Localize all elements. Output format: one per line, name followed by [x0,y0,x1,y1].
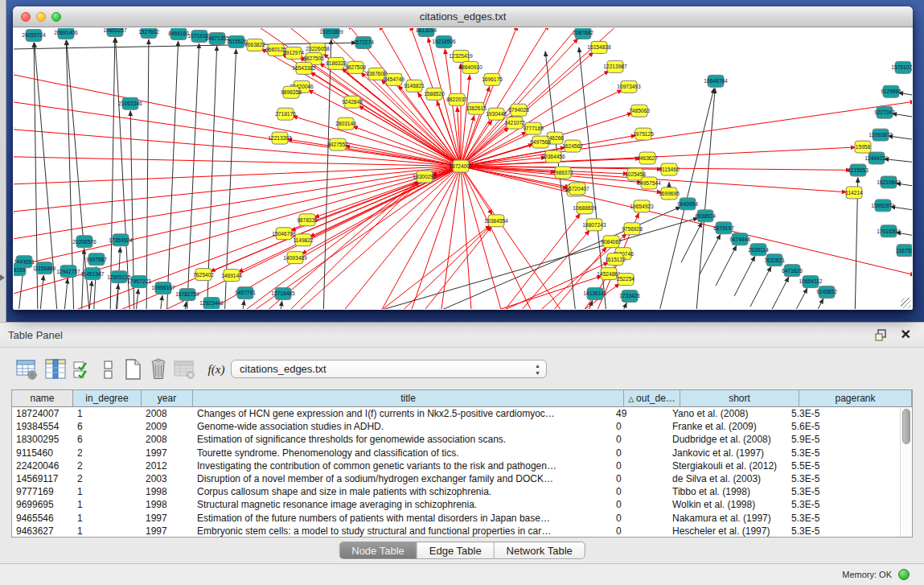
graph-edge[interactable] [379,167,461,309]
table-row[interactable]: 977716911998Corpus callosum shape and si… [12,485,900,498]
graph-edge[interactable] [81,249,84,309]
graph-edge[interactable] [464,276,602,309]
graph-node[interactable]: 12093872 [869,129,893,141]
tab-edge-table[interactable]: Edge Table [417,542,494,558]
graph-edge[interactable] [716,245,737,286]
graph-edge[interactable] [14,167,461,185]
graph-node[interactable]: 9827508 [345,61,366,73]
graph-node[interactable]: 18807243 [582,219,606,231]
graph-edge[interactable] [343,218,698,309]
graph-edge[interactable] [146,39,149,309]
graph-node[interactable]: 16782759 [175,289,199,301]
graph-edge[interactable] [293,167,461,309]
graph-edge[interactable] [461,75,470,167]
column-header-short[interactable]: short [680,390,799,406]
graph-edge[interactable] [461,28,518,167]
graph-node[interactable]: 10958167 [151,282,175,295]
graph-node[interactable]: 9699695 [659,187,680,200]
graph-node[interactable]: 7663822 [244,39,265,51]
graph-node[interactable]: 12325419 [449,50,473,62]
graph-edge[interactable] [461,147,856,167]
graph-node[interactable]: 24055724 [22,29,46,41]
graph-node[interactable]: 8813054 [416,28,437,36]
graph-node[interactable]: 1733426 [619,290,640,303]
graph-node[interactable]: 8186328 [326,57,347,69]
table-row[interactable]: 946362711997Embryonic stem cells: a mode… [12,525,900,537]
column-header-title[interactable]: title [193,390,624,406]
graph-node[interactable]: 6794028 [508,104,529,116]
graph-edge[interactable] [115,38,130,309]
graph-node[interactable]: 7986372 [552,167,573,179]
network-window-titlebar[interactable]: citations_edges.txt [13,6,913,27]
graph-node[interactable]: 17957223 [127,276,151,288]
graph-node[interactable]: 2718176 [275,108,296,120]
graph-node[interactable]: 7632621 [764,254,785,266]
collapse-arrow-icon[interactable] [0,274,5,281]
graph-node[interactable]: 16648784 [704,75,728,87]
graph-node[interactable]: 8454749 [384,73,405,85]
graph-node[interactable]: 19654923 [630,200,654,212]
graph-edge[interactable] [803,299,823,309]
graph-edge[interactable] [681,222,702,262]
graph-node[interactable]: 11451947 [81,268,105,280]
graph-node[interactable]: 21053346 [118,97,142,109]
graph-edge[interactable] [110,38,115,309]
graph-node[interactable]: 8572274 [353,36,374,48]
close-icon[interactable]: ✕ [901,326,911,344]
graph-node[interactable]: 252254 [617,274,634,286]
graph-node[interactable]: 1624562 [562,140,583,152]
network-canvas[interactable]: 2405572420691406106552571527602846616010… [14,28,912,309]
clear-row-selection-icon[interactable] [97,357,121,381]
graph-node[interactable]: 9878335 [297,214,318,226]
graph-node[interactable]: 1696175 [482,73,503,85]
graph-node[interactable]: 1469144 [221,270,242,282]
graph-node[interactable]: 2803144 [335,117,356,130]
graph-edge[interactable] [381,79,461,166]
graph-node[interactable]: 1527602 [138,28,159,38]
graph-node[interactable]: 19218506 [432,35,456,47]
graph-node[interactable]: 9756928 [622,223,643,235]
graph-node[interactable]: 9227343 [874,106,895,118]
citation-network-graph[interactable]: 2405572420691406106552571527602846616010… [14,28,912,309]
select-column-icon[interactable] [43,357,68,381]
graph-edge[interactable] [310,72,461,167]
graph-node[interactable]: 2087682 [573,28,593,39]
graph-node[interactable]: 1362615 [466,102,487,114]
graph-node[interactable]: 10654112 [799,276,823,288]
graph-node[interactable]: 9896358 [281,86,302,98]
graph-node[interactable]: 9084067 [601,236,622,248]
graph-edge[interactable] [786,288,807,309]
graph-edge[interactable] [183,302,187,309]
graph-edge[interactable] [461,167,471,309]
column-header-year[interactable]: year [142,390,193,406]
graph-edge[interactable] [734,256,755,296]
graph-node[interactable]: 1615122 [605,253,626,266]
table-row[interactable]: 1872400712008Changes of HCN gene express… [12,407,900,420]
graph-edge[interactable] [39,275,43,309]
tab-node-table[interactable]: Node Table [339,542,417,558]
resize-grip[interactable] [901,298,911,308]
graph-edge[interactable] [159,295,162,309]
new-table-icon[interactable] [121,357,145,381]
graph-node[interactable]: 16210643 [877,176,901,188]
scrollbar-thumb[interactable] [902,409,910,444]
column-header-in_degree[interactable]: in_degree [73,390,142,406]
vertical-scrollbar[interactable] [900,407,912,537]
table-row[interactable]: 969969511998Structural magnetic resonanc… [12,498,900,511]
graph-node[interactable]: 12923446 [199,298,224,309]
tab-network-table[interactable]: Network Table [494,542,585,558]
graph-edge[interactable] [166,41,179,309]
graph-node[interactable]: 15958 [855,141,871,153]
graph-node[interactable]: 12213987 [603,60,627,72]
graph-node[interactable]: 9146821 [404,80,425,92]
graph-node[interactable]: 17016504 [877,225,901,237]
graph-edge[interactable] [768,277,789,309]
graph-edge[interactable] [14,43,356,49]
graph-edge[interactable] [14,129,461,166]
graph-node[interactable]: 1930448 [486,108,507,120]
graph-edge[interactable] [323,39,331,309]
column-header-pagerank[interactable]: pagerank [799,390,912,406]
graph-node[interactable]: 10688609 [573,202,597,214]
graph-node[interactable]: 9777169 [523,122,544,134]
graph-node[interactable]: 10973493 [617,80,641,93]
